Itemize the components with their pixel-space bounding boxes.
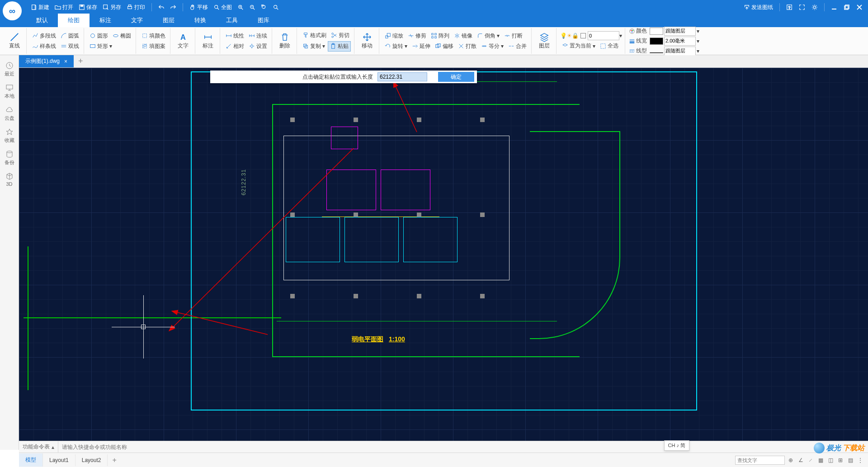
array-tool[interactable]: 阵列	[429, 31, 451, 41]
trim-tool[interactable]: 修剪	[406, 31, 428, 41]
color-value[interactable]	[664, 27, 696, 36]
document-tab[interactable]: 示例图(1).dwg×	[19, 55, 74, 67]
fillet-tool[interactable]: 倒角▾	[475, 31, 501, 41]
fillpat-tool[interactable]: 填图案	[140, 42, 167, 51]
layer-selector[interactable]: 💡☀🔒 ▾	[560, 31, 622, 40]
minimize-button[interactable]	[829, 2, 839, 12]
tab-tools[interactable]: 工具	[216, 14, 248, 27]
sidebar-backup[interactable]: 备份	[0, 148, 19, 168]
fillcolor-tool[interactable]: 填颜色	[140, 31, 167, 41]
dim-settings-tool[interactable]: 设置	[247, 42, 269, 51]
pan-button[interactable]: 平移	[188, 3, 210, 12]
status-snap-icon[interactable]: ◫	[826, 456, 835, 464]
add-tab-button[interactable]: +	[74, 55, 88, 68]
cut-tool[interactable]: 剪切	[329, 31, 351, 40]
dline-tool[interactable]: 双线	[59, 42, 81, 51]
copy-tool[interactable]: 复制▾	[301, 42, 327, 51]
sidebar-local[interactable]: 本地	[0, 82, 19, 101]
format-painter-tool[interactable]: 格式刷	[301, 31, 328, 40]
linetype-selector[interactable]: 线型 ▾	[629, 47, 699, 56]
layer-manager[interactable]: 图层	[535, 31, 553, 51]
layout-tab-2[interactable]: Layout2	[75, 454, 108, 466]
paste-tool[interactable]: 粘贴	[328, 41, 351, 52]
sidebar-favorites[interactable]: 收藏	[0, 126, 19, 146]
sidebar-cloud[interactable]: 云盘	[0, 104, 19, 123]
layer-name-field[interactable]	[588, 31, 619, 40]
status-grid-icon[interactable]: ▦	[816, 456, 825, 464]
offset-tool[interactable]: 偏移	[433, 42, 455, 51]
fitall-button[interactable]: 全图	[212, 3, 234, 12]
new-button[interactable]: 新建	[29, 3, 51, 12]
undo-button[interactable]	[156, 3, 166, 11]
linetype-value[interactable]	[664, 47, 696, 56]
tab-draw[interactable]: 绘图	[58, 14, 90, 27]
tab-text[interactable]: 文字	[121, 14, 153, 27]
select-all[interactable]: 全选	[598, 41, 620, 51]
zoom-in-button[interactable]	[236, 3, 245, 11]
fullscreen-button[interactable]	[797, 2, 807, 12]
status-angle-icon[interactable]: ∠	[797, 456, 805, 464]
command-table-button[interactable]: 功能命令表 ▴	[19, 441, 58, 453]
find-text-input[interactable]	[735, 456, 785, 465]
tab-default[interactable]: 默认	[26, 14, 58, 27]
saveas-button[interactable]: 另存	[101, 3, 123, 12]
move-tool[interactable]: 移动	[358, 31, 376, 51]
tab-layer[interactable]: 图层	[153, 14, 184, 27]
close-tab-icon[interactable]: ×	[64, 58, 67, 65]
prompt-input[interactable]	[377, 72, 427, 81]
arc-tool[interactable]: 圆弧	[59, 31, 81, 41]
set-current-layer[interactable]: 置为当前▾	[560, 41, 597, 51]
send-drawing-button[interactable]: 发送图纸	[742, 3, 775, 12]
drawing-canvas[interactable]: 62122.31 弱电平面图1:100	[19, 68, 868, 441]
color-selector[interactable]: 颜色 ▾	[629, 27, 699, 36]
close-button[interactable]	[854, 2, 864, 12]
redo-button[interactable]	[168, 3, 178, 11]
rect-tool[interactable]: 矩形▾	[88, 42, 114, 51]
ellipse-tool[interactable]: 椭圆	[111, 31, 133, 41]
zoom-prev-button[interactable]	[271, 3, 281, 11]
union-tool[interactable]: 合并	[506, 42, 528, 51]
explode-tool[interactable]: 打散	[456, 42, 478, 51]
print-button[interactable]: 打印	[125, 3, 147, 12]
circle-tool[interactable]: 圆形	[88, 31, 110, 41]
lineweight-selector[interactable]: 线宽 ▾	[629, 37, 699, 46]
lineweight-value[interactable]	[664, 37, 696, 46]
delete-tool[interactable]: 删除	[276, 31, 294, 51]
sidebar-3d[interactable]: 3D	[0, 170, 19, 189]
help-button[interactable]: ?	[784, 2, 794, 12]
zoom-out-button[interactable]	[247, 3, 257, 11]
relative-dim-tool[interactable]: 相对	[224, 42, 246, 51]
maximize-button[interactable]	[842, 2, 852, 12]
scale-tool[interactable]: 缩放	[383, 31, 405, 41]
tab-library[interactable]: 图库	[248, 14, 279, 27]
sidebar-recent[interactable]: 最近	[0, 60, 19, 79]
tab-annotate[interactable]: 标注	[90, 14, 121, 27]
open-button[interactable]: 打开	[53, 3, 75, 12]
prompt-confirm-button[interactable]: 确定	[438, 72, 474, 82]
save-button[interactable]: 保存	[77, 3, 99, 12]
status-ortho-icon[interactable]: ⊞	[836, 456, 844, 464]
break-tool[interactable]: 打断	[502, 31, 524, 41]
extend-tool[interactable]: 延伸	[410, 42, 432, 51]
add-layout-button[interactable]: +	[108, 454, 121, 466]
text-tool[interactable]: A文字	[174, 31, 192, 51]
polyline-tool[interactable]: 多段线	[30, 31, 58, 41]
continuous-dim-tool[interactable]: 连续	[247, 31, 269, 41]
divide-tool[interactable]: 等分▾	[479, 42, 505, 51]
status-locate-icon[interactable]: ⊕	[787, 456, 795, 464]
linear-dim-tool[interactable]: 线性	[224, 31, 246, 41]
spline-tool[interactable]: 样条线	[30, 42, 58, 51]
layout-tab-1[interactable]: Layout1	[43, 454, 75, 466]
status-more-icon[interactable]: ⋮	[856, 456, 864, 464]
mirror-tool[interactable]: 镜像	[452, 31, 474, 41]
settings-button[interactable]	[810, 2, 820, 12]
status-link-icon[interactable]: ⟋	[807, 456, 815, 464]
layout-tab-model[interactable]: 模型	[19, 453, 43, 467]
tab-convert[interactable]: 转换	[184, 14, 216, 27]
command-input[interactable]	[58, 444, 708, 450]
line-tool[interactable]: 直线	[5, 31, 24, 51]
annot-tool[interactable]: 标注	[199, 31, 217, 51]
rotate-tool[interactable]: 旋转▾	[383, 42, 409, 51]
status-layers-icon[interactable]: ▤	[846, 456, 854, 464]
zoom-window-button[interactable]	[259, 3, 269, 11]
